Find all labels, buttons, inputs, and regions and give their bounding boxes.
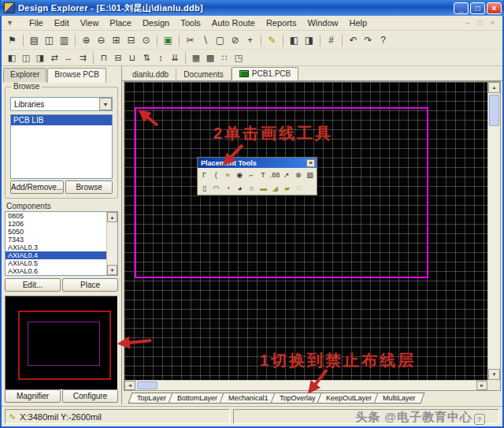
align-left-icon[interactable]: ◧ <box>5 50 19 65</box>
menu-window[interactable]: Window <box>302 17 343 29</box>
layer-tab-bottomlayer[interactable]: BottomLayer <box>168 393 226 404</box>
pad-tool-icon[interactable]: ◉ <box>234 169 246 181</box>
print-icon[interactable]: ▥ <box>57 33 72 47</box>
room-tool-icon[interactable]: ⊗ <box>292 169 304 181</box>
zoom-in-icon[interactable]: ⊕ <box>79 33 94 47</box>
chevron-down-icon[interactable]: ▼ <box>99 98 112 110</box>
browse-type-dropdown[interactable]: Libraries ▼ <box>10 97 113 111</box>
tab-dianlu-ddb[interactable]: dianlu.ddb <box>125 69 176 80</box>
list-item-component[interactable]: 5050 <box>6 228 117 236</box>
rect-fill-tool-icon[interactable]: ▬ <box>258 182 269 194</box>
zoom-window-icon[interactable]: ⊞ <box>109 33 124 47</box>
select-area-icon[interactable]: ▢ <box>213 33 228 47</box>
via-tool-icon[interactable]: ⌐ <box>246 169 258 181</box>
mdi-minimize-button[interactable]: – <box>462 19 472 27</box>
list-item-component[interactable]: AXIAL0.5 <box>6 259 117 267</box>
magnifier-button[interactable]: Magnifier <box>5 389 61 403</box>
list-item-component[interactable]: 1206 <box>6 220 117 228</box>
configure-button[interactable]: Configure <box>62 389 118 403</box>
cut-icon[interactable]: ✂ <box>183 33 198 47</box>
align-right-icon[interactable]: ◨ <box>33 50 47 65</box>
maximize-button[interactable]: □ <box>470 2 485 14</box>
tab-documents[interactable]: Documents <box>176 69 232 80</box>
distribute-h-icon[interactable]: ⇄ <box>47 50 61 65</box>
horizontal-scrollbar[interactable]: ◄ ► <box>124 380 487 390</box>
arc-edge-tool-icon[interactable]: ( <box>210 169 222 181</box>
horizontal-scroll-thumb[interactable] <box>137 381 158 389</box>
highlight-pen-icon[interactable]: ✎ <box>265 33 280 47</box>
zoom-point-icon[interactable]: ⊙ <box>139 33 154 47</box>
menu-reports[interactable]: Reports <box>261 17 302 29</box>
library-list[interactable]: PCB LIB <box>10 114 113 179</box>
tab-pcb1-pcb[interactable]: PCB1.PCB <box>232 67 298 80</box>
save-icon[interactable]: ◫ <box>42 33 57 47</box>
space-equal-v-icon[interactable]: ↕ <box>154 50 168 65</box>
tab-browse-pcb[interactable]: Browse PCB <box>47 68 106 83</box>
arrange-room-icon[interactable]: ▩ <box>203 50 217 65</box>
align-top-icon[interactable]: ⊓ <box>97 50 111 65</box>
mdi-restore-button[interactable]: □ <box>475 19 485 27</box>
list-item-library[interactable]: PCB LIB <box>11 115 112 125</box>
layer-tab-multilayer[interactable]: MultiLayer <box>374 393 425 404</box>
tab-explorer[interactable]: Explorer <box>3 68 46 82</box>
document-system-icon[interactable]: ▼ <box>6 19 19 27</box>
space-equal-h-icon[interactable]: ↔ <box>61 50 76 65</box>
vertical-scroll-thumb[interactable] <box>489 95 499 126</box>
coordinate-tool-icon[interactable]: .88 <box>269 169 280 181</box>
select-criteria-icon[interactable]: ⚑ <box>5 33 20 47</box>
zoom-out-icon[interactable]: ⊖ <box>94 33 109 47</box>
placement-tools-titlebar[interactable]: Placement Tools × <box>198 158 317 168</box>
image-icon[interactable]: ▣ <box>161 33 176 47</box>
scroll-down-icon[interactable]: ▼ <box>107 265 117 275</box>
space-decrease-v-icon[interactable]: ⇊ <box>168 50 182 65</box>
close-button[interactable]: × <box>487 2 502 14</box>
library-1-icon[interactable]: ◧ <box>287 33 302 47</box>
scroll-up-icon[interactable]: ▲ <box>107 212 117 222</box>
scroll-left-icon[interactable]: ◄ <box>124 381 135 390</box>
minimize-button[interactable]: _ <box>454 2 469 14</box>
menu-file[interactable]: File <box>24 17 49 29</box>
align-v-center-icon[interactable]: ⊟ <box>111 50 125 65</box>
distribute-v-icon[interactable]: ⇅ <box>139 50 154 65</box>
list-item-component[interactable]: 0805 <box>6 212 117 220</box>
menu-auto-route[interactable]: Auto Route <box>206 17 261 29</box>
placement-tools-close-icon[interactable]: × <box>306 159 315 167</box>
help-icon[interactable]: ? <box>376 33 391 47</box>
board-preview[interactable] <box>5 296 118 390</box>
layer-tab-mechanical1[interactable]: Mechanical1 <box>220 393 278 404</box>
component-tool-icon[interactable]: ▯ <box>198 182 210 194</box>
zoom-document-icon[interactable]: ⊟ <box>124 33 139 47</box>
list-item-component[interactable]: AXIAL0.3 <box>6 244 117 251</box>
scroll-right-icon[interactable]: ► <box>476 381 487 390</box>
track-tool-icon[interactable]: Γ <box>198 169 210 181</box>
scroll-up-icon[interactable]: ▲ <box>488 82 500 93</box>
move-icon[interactable]: + <box>243 33 258 47</box>
vertical-scrollbar[interactable]: ▲ ▼ <box>487 82 500 380</box>
arrange-components-icon[interactable]: ▦ <box>189 50 203 65</box>
menu-edit[interactable]: Edit <box>49 17 75 29</box>
string-tool-icon[interactable]: T <box>258 169 269 181</box>
polygon-plane-tool-icon[interactable]: ◢ <box>269 182 281 194</box>
deselect-icon[interactable]: ⊘ <box>228 33 243 47</box>
menu-help[interactable]: Help <box>344 17 373 29</box>
library-2-icon[interactable]: ◨ <box>302 33 317 47</box>
line-icon[interactable]: ∖ <box>198 33 213 47</box>
arc-90-tool-icon[interactable]: ◠ <box>210 182 222 194</box>
placement-grid-icon[interactable]: ◳ <box>232 50 246 65</box>
components-list[interactable]: 0805 1206 5050 7343 AXIAL0.3 AXIAL0.4 AX… <box>5 211 118 276</box>
redo-icon[interactable]: ↷ <box>361 33 376 47</box>
menu-view[interactable]: View <box>75 17 105 29</box>
layer-tab-keepoutlayer[interactable]: KeepOutLayer <box>317 393 381 404</box>
list-item-component-selected[interactable]: AXIAL0.4 <box>6 251 117 259</box>
dimension-tool-icon[interactable]: ↗ <box>280 169 292 181</box>
fill-hatch-tool-icon[interactable]: ▨ <box>304 169 316 181</box>
split-plane-tool-icon[interactable]: ▰ <box>281 182 293 194</box>
menu-tools[interactable]: Tools <box>175 17 206 29</box>
space-decrease-h-icon[interactable]: ⇉ <box>76 50 90 65</box>
scroll-down-icon[interactable]: ▼ <box>488 369 500 380</box>
list-item-component[interactable]: 7343 <box>6 236 117 244</box>
edit-button[interactable]: Edit... <box>5 278 61 292</box>
arc-angle-tool-icon[interactable]: ◕ <box>234 182 246 194</box>
circle-tool-icon[interactable]: ○ <box>246 182 258 194</box>
interactive-line-tool-icon[interactable]: ≈ <box>222 169 234 181</box>
